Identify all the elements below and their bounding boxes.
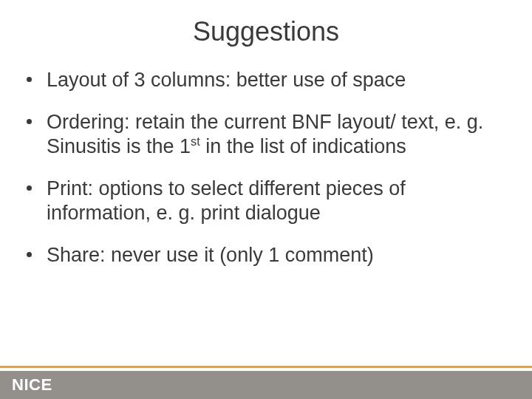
bullet-text: Ordering: retain the current BNF layout/…	[47, 110, 511, 159]
list-item: Layout of 3 columns: better use of space	[27, 68, 511, 92]
bullet-text-post: in the list of indications	[200, 135, 406, 157]
bullet-dot-icon	[27, 252, 32, 257]
bullet-dot-icon	[27, 77, 32, 82]
footer-bar: NICE	[0, 371, 532, 399]
nice-logo: NICE	[12, 375, 52, 395]
bullet-text: Print: options to select different piece…	[47, 177, 511, 225]
bullet-dot-icon	[27, 119, 32, 124]
list-item: Share: never use it (only 1 comment)	[27, 243, 511, 267]
list-item: Print: options to select different piece…	[27, 177, 511, 225]
bullet-text-pre: Layout of 3 columns: better use of space	[47, 69, 406, 91]
bullet-dot-icon	[27, 185, 32, 191]
slide: Suggestions Layout of 3 columns: better …	[0, 0, 532, 399]
accent-divider	[0, 366, 532, 368]
bullet-text: Share: never use it (only 1 comment)	[47, 243, 511, 267]
bullet-text: Layout of 3 columns: better use of space	[47, 68, 511, 92]
bullet-text-sup: st	[191, 134, 200, 148]
footer: NICE	[0, 362, 532, 399]
bullet-list: Layout of 3 columns: better use of space…	[27, 68, 511, 285]
bullet-text-pre: Print: options to select different piece…	[47, 177, 406, 224]
list-item: Ordering: retain the current BNF layout/…	[27, 110, 511, 159]
slide-title: Suggestions	[0, 16, 532, 47]
bullet-text-pre: Share: never use it (only 1 comment)	[47, 244, 374, 266]
